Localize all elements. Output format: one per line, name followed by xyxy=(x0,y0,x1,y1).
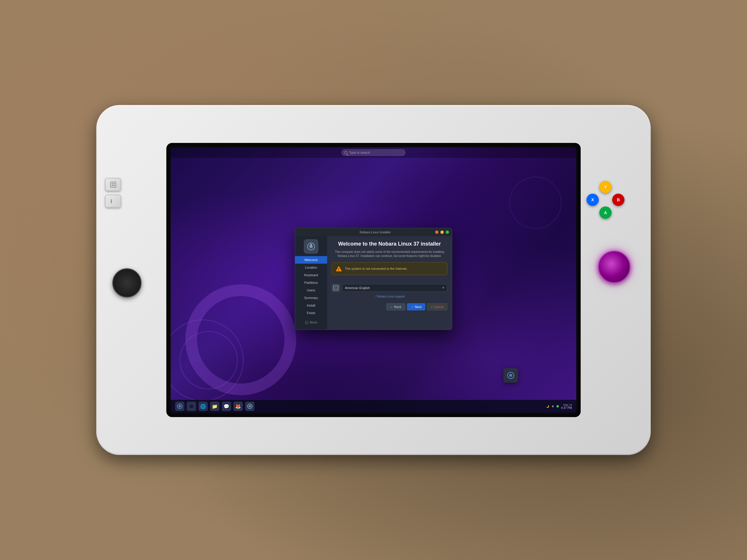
window-controls xyxy=(435,231,449,234)
sidebar-item-location[interactable]: Location xyxy=(295,264,327,271)
taskbar-date: May 16 xyxy=(563,403,572,406)
taskbar-icon-installer[interactable] xyxy=(245,402,254,411)
nobara-logo-icon xyxy=(307,242,315,251)
installer-subtitle: This computer does not satisfy some of t… xyxy=(332,250,447,258)
device-button-1[interactable] xyxy=(105,178,121,191)
nobara-taskbar-icon xyxy=(507,371,515,379)
moon-icon: 🌙 xyxy=(546,405,549,408)
window-maximize-btn[interactable] xyxy=(445,231,449,234)
installer-content: Welcome to the Nobara Linux 37 installer… xyxy=(327,236,452,329)
content-spacer xyxy=(332,278,447,284)
svg-point-13 xyxy=(249,405,251,407)
language-icon: A xyxy=(332,284,340,292)
next-label: → Next xyxy=(411,305,422,309)
sidebar-item-users[interactable]: Users xyxy=(295,287,327,294)
sidebar-nav: Welcome Location Keyboard Partitions Use… xyxy=(295,256,327,317)
cancel-label: × Cancel xyxy=(431,305,443,309)
svg-text:i: i xyxy=(306,321,307,324)
search-placeholder: Type to search xyxy=(349,151,370,154)
taskbar-right: 🌙 🖥 May 16 4:37 PM xyxy=(546,403,572,409)
sidebar-item-partitions[interactable]: Partitions xyxy=(295,279,327,287)
network-status-dot xyxy=(557,405,559,407)
right-joystick[interactable] xyxy=(598,251,630,283)
taskbar-icon-nobara[interactable] xyxy=(175,402,184,411)
folder-icon: 📁 xyxy=(212,404,218,409)
language-dropdown[interactable]: American English ▼ xyxy=(342,284,447,292)
installer-logo xyxy=(304,239,318,254)
left-button-cluster xyxy=(105,178,121,208)
handheld-device: Type to search Nobara Linux Installer xyxy=(96,105,651,455)
sidebar-about[interactable]: i About xyxy=(302,319,320,327)
warning-icon: ! xyxy=(336,265,342,272)
taskbar-icon-files[interactable]: 📁 xyxy=(210,402,220,411)
device-button-2[interactable] xyxy=(105,194,121,208)
translate-icon: A xyxy=(333,285,339,291)
firefox-icon: 🦊 xyxy=(235,404,241,409)
installer-taskbar-icon xyxy=(247,403,253,409)
floating-installer-icon[interactable] xyxy=(504,368,518,383)
top-bar: Type to search xyxy=(171,147,576,158)
taskbar-icon-firefox[interactable]: 🦊 xyxy=(233,402,243,411)
sidebar-item-welcome[interactable]: Welcome xyxy=(295,256,327,264)
window-action-buttons: ← Back → Next × Cancel xyxy=(332,301,447,310)
screen-bezel: Type to search Nobara Linux Installer xyxy=(166,143,581,417)
taskbar-icon-chat[interactable]: 💬 xyxy=(222,402,231,411)
taskbar-time: 4:37 PM xyxy=(561,406,572,409)
window-minimize-btn[interactable] xyxy=(440,231,444,234)
desktop-area: Nobara Linux Installer xyxy=(171,158,576,400)
sidebar-item-finish[interactable]: Finish xyxy=(295,309,327,317)
button-b[interactable]: B xyxy=(612,194,624,206)
chat-icon: 💬 xyxy=(224,404,229,409)
sidebar-item-keyboard[interactable]: Keyboard xyxy=(295,271,327,279)
language-value: American English xyxy=(345,286,370,290)
svg-text:A: A xyxy=(335,287,337,289)
installer-main-title: Welcome to the Nobara Linux 37 installer xyxy=(332,241,447,247)
warning-box: ! The system is not connected to the Int… xyxy=(332,262,447,275)
svg-point-11 xyxy=(179,405,181,407)
taskbar-icon-browser[interactable]: 🌐 xyxy=(199,402,208,411)
search-bar[interactable]: Type to search xyxy=(341,149,406,156)
taskbar-nobara-icon xyxy=(177,403,183,409)
sidebar-item-install[interactable]: Install xyxy=(295,301,327,309)
button-y[interactable]: Y xyxy=(599,181,612,193)
language-section: A American English ▼ xyxy=(332,284,447,292)
play-icon xyxy=(111,199,115,204)
clock: May 16 4:37 PM xyxy=(561,403,572,409)
sidebar-item-summary[interactable]: Summary xyxy=(295,294,327,301)
display-icon: 🖥 xyxy=(551,405,554,408)
taskbar: ⚙ 🌐 📁 💬 🦊 xyxy=(171,400,576,413)
svg-text:!: ! xyxy=(338,267,339,271)
button-icon-1 xyxy=(110,182,116,188)
about-icon: i xyxy=(305,321,308,324)
settings-icon: ⚙ xyxy=(189,404,194,409)
globe-icon: 🌐 xyxy=(200,404,206,409)
window-body: Welcome Location Keyboard Partitions Use… xyxy=(295,236,452,329)
window-title: Nobara Linux Installer xyxy=(315,231,435,234)
dropdown-arrow-icon: ▼ xyxy=(442,286,445,289)
back-label: ← Back xyxy=(390,305,402,309)
taskbar-icon-settings[interactable]: ⚙ xyxy=(187,402,196,411)
installer-sidebar: Welcome Location Keyboard Partitions Use… xyxy=(295,236,327,329)
back-button[interactable]: ← Back xyxy=(386,303,405,310)
next-button[interactable]: → Next xyxy=(407,303,426,310)
support-link[interactable]: :: Nobara Linux support xyxy=(332,295,447,298)
screen: Type to search Nobara Linux Installer xyxy=(171,147,576,413)
cancel-button[interactable]: × Cancel xyxy=(427,303,447,310)
about-label: About xyxy=(310,321,317,324)
installer-window: Nobara Linux Installer xyxy=(295,228,452,330)
window-titlebar: Nobara Linux Installer xyxy=(295,228,452,236)
search-icon xyxy=(344,151,347,154)
warning-message: The system is not connected to the Inter… xyxy=(345,267,407,270)
button-x[interactable]: X xyxy=(587,194,599,206)
button-a[interactable]: A xyxy=(599,207,612,219)
abxy-cluster: Y X B A xyxy=(587,181,624,219)
left-joystick[interactable] xyxy=(112,268,141,297)
svg-point-9 xyxy=(509,374,512,377)
window-close-btn[interactable] xyxy=(435,231,439,234)
